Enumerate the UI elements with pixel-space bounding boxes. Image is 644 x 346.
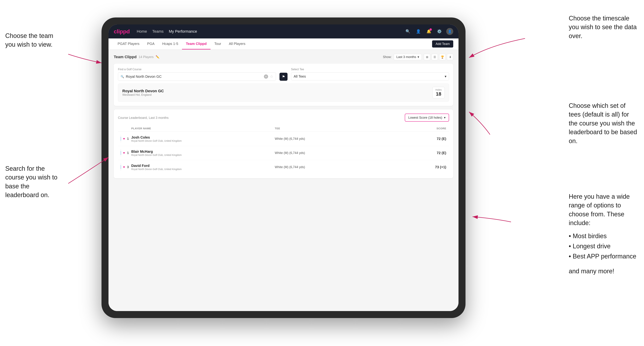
search-icon: 🔍 <box>120 75 124 78</box>
list-view-icon[interactable]: ☰ <box>432 54 438 60</box>
leaderboard-title: Course Leaderboard, Last 3 months <box>118 115 168 120</box>
player-rank: 3 <box>127 165 131 169</box>
tab-hcaps[interactable]: Hcaps 1-5 <box>158 38 182 49</box>
player-details: Blair McHarg Royal North Devon Golf Club… <box>131 150 275 156</box>
player-club: Royal North Devon Golf Club, United King… <box>131 168 275 171</box>
annotation-search-course: Search for the course you wish to base t… <box>5 164 65 199</box>
player-avatar: 👤 <box>121 149 121 157</box>
show-label: Show: <box>383 55 392 59</box>
ipad-device: clippd Home Teams My Performance 🔍 👤 🔔 1… <box>102 17 466 318</box>
annotation-options-footer: and many more! <box>569 267 639 276</box>
search-submit-button[interactable]: ⚑ <box>280 73 288 81</box>
team-header: Team Clippd 14 Players ✏️ Show: Last 3 m… <box>114 54 453 60</box>
chevron-down-icon: ▾ <box>418 55 419 59</box>
annotation-choose-team-text: Choose the team you wish to view. <box>5 32 53 48</box>
heart-icon: ♥ <box>123 165 125 169</box>
select-tee-group: Select Tee All Tees ▾ <box>291 68 449 80</box>
tab-pgat-players[interactable]: PGAT Players <box>114 38 143 49</box>
settings-icon[interactable]: ⚙️ <box>436 28 443 35</box>
course-search-input[interactable] <box>126 75 262 79</box>
favorite-icon[interactable]: ☆ <box>270 74 273 79</box>
nav-teams[interactable]: Teams <box>152 29 164 34</box>
bullet-app: Best APP performance <box>569 251 639 261</box>
holes-number: 18 <box>436 91 442 97</box>
show-select[interactable]: Last 3 months ▾ <box>394 54 422 60</box>
player-avatar: 👤 <box>121 135 121 143</box>
score-type-select[interactable]: Lowest Score (18 holes) ▾ <box>405 114 449 122</box>
chevron-down-icon: ▾ <box>444 116 446 120</box>
player-count: 14 Players <box>138 55 154 59</box>
table-row: 👤 ♥ 1 Blair McHarg Royal North Devon Gol… <box>118 146 449 160</box>
notification-icon[interactable]: 🔔 1 <box>425 28 432 35</box>
player-avatar: 👤 <box>121 163 121 171</box>
rank-cell: 👤 ♥ 1 <box>121 149 131 157</box>
subnav-tabs: PGAT Players PGA Hcaps 1-5 Team Clippd T… <box>114 38 249 49</box>
heart-icon: ♥ <box>123 151 125 155</box>
rank-cell: 👤 ♥ 1 <box>121 135 131 143</box>
team-title: Team Clippd 14 Players ✏️ <box>114 55 160 59</box>
people-icon[interactable]: 👤 <box>415 28 422 35</box>
holes-badge: Holes 18 <box>432 87 445 98</box>
clear-search-button[interactable]: ✕ <box>264 74 268 79</box>
col-score: SCORE <box>418 127 446 130</box>
subnav: PGAT Players PGA Hcaps 1-5 Team Clippd T… <box>108 38 458 50</box>
score-cell: 72 (E) <box>418 151 446 155</box>
player-info: David Ford Royal North Devon Golf Club, … <box>131 164 275 171</box>
leaderboard-title-text: Course Leaderboard, <box>118 116 148 120</box>
add-team-button[interactable]: Add Team <box>432 40 453 47</box>
tab-team-clippd[interactable]: Team Clippd <box>182 38 210 49</box>
search-icon[interactable]: 🔍 <box>404 28 411 35</box>
col-rank <box>121 127 131 130</box>
trophy-icon[interactable]: 🏆 <box>439 54 446 60</box>
select-tee-label: Select Tee <box>291 68 449 71</box>
grid-view-icon[interactable]: ⊞ <box>424 54 430 60</box>
table-row: 👤 ♥ 3 David Ford Royal North Devon Golf … <box>118 160 449 174</box>
search-input-wrapper: 🔍 ✕ ☆ <box>118 72 276 81</box>
course-finder-form: Find a Golf Course 🔍 ✕ ☆ ⚑ Select Tee Al… <box>118 68 449 81</box>
leaderboard-subtitle: Last 3 months <box>149 116 168 120</box>
table-row: 👤 ♥ 1 Josh Coles Royal North Devon Golf … <box>118 132 449 146</box>
tab-tour[interactable]: Tour <box>210 38 225 49</box>
notification-badge: 1 <box>430 28 432 31</box>
annotation-tees: Choose which set of tees (default is all… <box>569 101 639 145</box>
download-icon[interactable]: ⬇ <box>447 54 453 60</box>
course-result: Royal North Devon GC Westward Hol, Engla… <box>118 84 449 102</box>
player-rank: 1 <box>127 137 131 141</box>
tee-cell: White (M) (6,744 yds) <box>275 137 418 141</box>
player-details: David Ford Royal North Devon Golf Club, … <box>131 164 275 171</box>
player-name: David Ford <box>131 164 275 168</box>
bullet-drive: Longest drive <box>569 241 639 251</box>
nav-my-performance[interactable]: My Performance <box>169 29 197 34</box>
course-finder-card: Find a Golf Course 🔍 ✕ ☆ ⚑ Select Tee Al… <box>114 64 453 106</box>
edit-team-icon[interactable]: ✏️ <box>156 55 160 59</box>
tee-select[interactable]: All Tees ▾ <box>291 72 449 80</box>
user-avatar[interactable]: 👤 <box>446 28 453 35</box>
nav-home[interactable]: Home <box>137 29 147 34</box>
annotation-timescale-text: Choose the timescale you wish to see the… <box>569 15 637 39</box>
player-info: Blair McHarg Royal North Devon Golf Club… <box>131 150 275 156</box>
leaderboard-table: PLAYER NAME TEE SCORE 👤 ♥ 1 J <box>118 125 449 174</box>
table-header: PLAYER NAME TEE SCORE <box>118 125 449 132</box>
tab-all-players[interactable]: All Players <box>225 38 249 49</box>
show-controls: Show: Last 3 months ▾ ⊞ ☰ 🏆 ⬇ <box>383 54 453 60</box>
holes-label: Holes <box>436 88 442 91</box>
player-name: Blair McHarg <box>131 150 275 154</box>
tab-pga[interactable]: PGA <box>143 38 158 49</box>
brand-logo: clippd <box>114 28 130 35</box>
player-club: Royal North Devon Golf Club, United King… <box>131 140 275 142</box>
heart-icon: ♥ <box>123 137 125 141</box>
navbar: clippd Home Teams My Performance 🔍 👤 🔔 1… <box>108 24 458 38</box>
main-content: Team Clippd 14 Players ✏️ Show: Last 3 m… <box>108 50 458 311</box>
annotation-choose-team: Choose the team you wish to view. <box>5 31 65 49</box>
navbar-icons: 🔍 👤 🔔 1 ⚙️ 👤 <box>404 28 453 35</box>
tee-cell: White (M) (6,744 yds) <box>275 165 418 169</box>
score-type-value: Lowest Score (18 holes) <box>408 116 442 120</box>
tee-value: All Tees <box>294 74 306 78</box>
annotation-options-title: Here you have a wide range of options to… <box>569 192 639 227</box>
team-name: Team Clippd <box>114 55 136 59</box>
find-course-label: Find a Golf Course <box>118 68 276 71</box>
player-name: Josh Coles <box>131 135 275 140</box>
course-location: Westward Hol, England <box>122 93 164 96</box>
chevron-down-icon: ▾ <box>445 74 446 78</box>
navbar-links: Home Teams My Performance <box>137 29 397 34</box>
